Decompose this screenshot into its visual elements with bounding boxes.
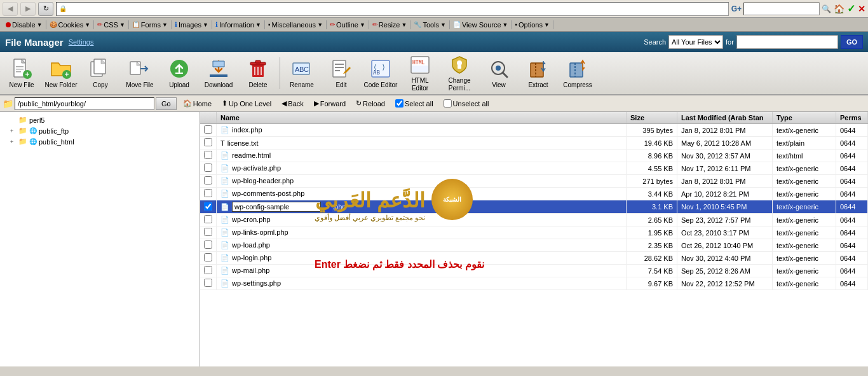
row-size-cell: 3.44 KB [627, 188, 677, 200]
tree-item-public-html[interactable]: + 📁 🌐 public_html [3, 136, 197, 147]
table-row[interactable]: 📄wp-links-opml.php1.95 KBOct 23, 2010 3:… [200, 226, 868, 239]
html-editor-button[interactable]: HTML HTML Editor [401, 55, 439, 92]
col-name[interactable]: Name [217, 112, 627, 124]
table-row[interactable]: 📄wp-activate.php4.55 KBNov 17, 2012 6:11… [200, 162, 868, 175]
table-row[interactable]: 📄readme.html8.96 KBNov 30, 2012 3:57 AMt… [200, 150, 868, 162]
table-row[interactable]: 📄.php3.1 KBNov 1, 2010 5:45 PMtext/x-gen… [200, 200, 868, 214]
row-size-cell: 1.95 KB [627, 226, 677, 239]
address-bar[interactable]: 🔒 [56, 2, 729, 16]
tree-item-perl5[interactable]: 📁 perl5 [3, 115, 197, 125]
row-checkbox[interactable] [204, 228, 212, 236]
css-btn[interactable]: ✏ CSS ▼ [94, 20, 129, 29]
row-checkbox[interactable] [204, 176, 212, 185]
file-manager-container: 📁 Go 🏠 Home ⬆ Up One Level ◀ Back ▶ Forw… [0, 95, 868, 366]
resize-btn[interactable]: ✏ Resize ▼ [369, 20, 411, 29]
back-button[interactable]: ◀ [3, 2, 18, 16]
misc-btn[interactable]: ▪ Miscellaneous ▼ [265, 20, 327, 29]
file-list-body: 📄index.php395 bytesJan 8, 2012 8:01 PMte… [200, 124, 868, 290]
row-size-cell: 395 bytes [627, 124, 677, 137]
row-checkbox[interactable] [204, 151, 212, 159]
row-checkbox[interactable] [204, 164, 212, 172]
options-btn[interactable]: ▪ Options ▼ [512, 20, 553, 29]
path-go-button[interactable]: Go [156, 97, 177, 110]
up-one-level-button[interactable]: ⬆ Up One Level [218, 99, 275, 108]
back-nav-button[interactable]: ◀ Back [278, 99, 307, 108]
outline-btn[interactable]: ✏ Outline ▼ [327, 20, 369, 29]
col-modified[interactable]: Last Modified (Arab Stan [677, 112, 773, 124]
search-input[interactable] [736, 35, 838, 49]
col-type[interactable]: Type [773, 112, 836, 124]
row-checkbox[interactable] [204, 253, 212, 261]
search-scope-select[interactable]: All Your Files [668, 35, 723, 49]
upload-button[interactable]: Upload [160, 55, 198, 92]
select-all-label: Select all [405, 100, 433, 108]
browser-search-input[interactable] [743, 3, 820, 15]
view-source-btn[interactable]: 📄 View Source ▼ [450, 20, 512, 29]
new-file-button[interactable]: + New File [3, 55, 41, 92]
table-row[interactable]: 📄wp-login.php28.62 KBNov 30, 2012 4:40 P… [200, 252, 868, 265]
rename-button[interactable]: ABC Rename [283, 55, 321, 92]
col-perms[interactable]: Perms [836, 112, 868, 124]
tools-btn[interactable]: 🔧 Tools ▼ [410, 20, 450, 29]
row-checkbox[interactable] [204, 138, 212, 146]
row-checkbox[interactable] [204, 266, 212, 274]
row-type-cell: text/plain [773, 137, 836, 150]
table-row[interactable]: 📄wp-blog-header.php271 bytesJan 8, 2012 … [200, 175, 868, 188]
row-checkbox[interactable] [204, 240, 212, 249]
reload-button[interactable]: ↻ [38, 2, 53, 16]
row-checkbox[interactable] [204, 125, 212, 134]
go-button[interactable]: GO [841, 35, 863, 49]
table-row[interactable]: 📄wp-cron.php2.65 KBSep 23, 2012 7:57 PMt… [200, 214, 868, 226]
row-checkbox[interactable] [204, 202, 212, 211]
dev-toolbar: Disable ▼ 🍪 Cookies ▼ ✏ CSS ▼ 📋 Forms ▼ … [0, 18, 868, 32]
settings-link[interactable]: Settings [69, 38, 94, 46]
images-btn[interactable]: ℹ Images ▼ [172, 20, 212, 29]
home-nav-button[interactable]: 🏠 Home [179, 99, 215, 108]
path-input[interactable] [15, 97, 154, 110]
row-checkbox-cell [200, 277, 217, 290]
forms-icon: 📋 [132, 21, 140, 28]
table-row[interactable]: 📄wp-settings.php9.67 KBNov 22, 2012 12:5… [200, 277, 868, 290]
file-panel[interactable]: Name Size Last Modified (Arab Stan Type … [200, 112, 868, 366]
forms-btn[interactable]: 📋 Forms ▼ [129, 20, 172, 29]
table-row[interactable]: 📄index.php395 bytesJan 8, 2012 8:01 PMte… [200, 124, 868, 137]
disable-btn[interactable]: Disable ▼ [3, 20, 46, 29]
compress-icon [566, 57, 589, 80]
table-row[interactable]: Tlicense.txt19.46 KBMay 6, 2012 10:28 AM… [200, 137, 868, 150]
select-all-button[interactable]: Select all [391, 99, 437, 108]
compress-button[interactable]: Compress [559, 55, 597, 92]
table-row[interactable]: 📄wp-mail.php7.54 KBSep 25, 2012 8:26 AMt… [200, 265, 868, 277]
table-row[interactable]: 📄wp-load.php2.35 KBOct 26, 2012 10:40 PM… [200, 239, 868, 252]
rename-input[interactable] [232, 202, 321, 212]
delete-button[interactable]: Delete [239, 55, 277, 92]
view-button[interactable]: View [480, 55, 518, 92]
unselect-all-checkbox[interactable] [444, 99, 452, 108]
code-editor-button[interactable]: ⟨ ⟩AB Code Editor [362, 55, 400, 92]
home-icon[interactable]: 🏠 [834, 4, 844, 14]
check-green-icon: ✓ [847, 3, 855, 15]
extract-button[interactable]: Extract [519, 55, 557, 92]
forward-nav-button[interactable]: ▶ Forward [310, 99, 349, 108]
download-button[interactable]: Download [200, 55, 238, 92]
tools-icon: 🔧 [414, 21, 421, 28]
information-btn[interactable]: ℹ Information ▼ [212, 20, 265, 29]
search-go-icon[interactable]: 🔍 [822, 4, 831, 13]
forward-button[interactable]: ▶ [20, 2, 36, 16]
copy-button[interactable]: Copy [81, 55, 119, 92]
unselect-all-button[interactable]: Unselect all [440, 99, 493, 108]
row-checkbox[interactable] [204, 279, 212, 287]
row-checkbox[interactable] [204, 189, 212, 197]
col-size[interactable]: Size [627, 112, 677, 124]
table-row[interactable]: 📄wp-comments-post.php3.44 KBApr 10, 2012… [200, 188, 868, 200]
change-perms-button[interactable]: Change Permi... [440, 55, 478, 92]
row-modified-cell: Nov 30, 2012 4:40 PM [677, 252, 773, 265]
reload-nav-button[interactable]: ↻ Reload [352, 99, 389, 108]
tree-item-public-ftp[interactable]: + 📁 🌐 public_ftp [3, 125, 197, 136]
cookies-btn[interactable]: 🍪 Cookies ▼ [46, 20, 95, 29]
move-file-button[interactable]: Move File [121, 55, 159, 92]
row-checkbox[interactable] [204, 215, 212, 223]
edit-button[interactable]: Edit [322, 55, 360, 92]
new-folder-button[interactable]: + New Folder [42, 55, 80, 92]
row-name-cell: Tlicense.txt [217, 137, 627, 150]
select-all-checkbox[interactable] [395, 99, 403, 108]
